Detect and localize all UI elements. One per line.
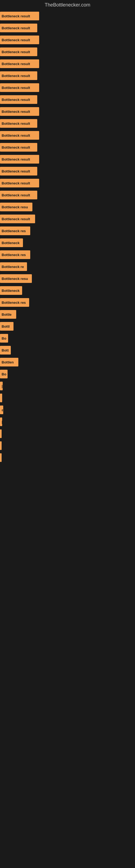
site-title: TheBottlenecker.com [0, 0, 135, 10]
bar-label: Bottleneck result [2, 26, 30, 30]
bottleneck-bar[interactable]: Bottleneck res [0, 298, 29, 307]
bar-row: Bottleneck re [0, 261, 135, 273]
bar-row: Bottleneck result [0, 153, 135, 165]
bar-row: Bottleneck resu [0, 273, 135, 284]
bottleneck-bar[interactable]: Bottleneck result [0, 12, 39, 20]
bottleneck-bar[interactable]: Bottleneck result [0, 191, 37, 199]
bottleneck-bar[interactable]: Bott [0, 346, 11, 354]
bottleneck-bar[interactable]: Bottleneck result [0, 35, 39, 44]
bar-row: Bottleneck res [0, 249, 135, 261]
bottleneck-bar[interactable]: | [0, 417, 2, 426]
bottleneck-bar[interactable]: Bottl [0, 322, 13, 331]
bottleneck-bar[interactable]: Bottleneck result [0, 107, 39, 116]
bottleneck-bar[interactable]: Bottleneck result [0, 24, 37, 32]
bottleneck-bar[interactable]: Bottleneck res [0, 250, 30, 259]
bottleneck-bar[interactable]: Bottleneck [0, 286, 22, 295]
bar-row [0, 452, 135, 464]
bar-label: | [2, 420, 2, 424]
bar-row: Bottleneck result [0, 213, 135, 225]
bottleneck-bar[interactable]: Bottleneck result [0, 71, 37, 80]
bottleneck-bar[interactable]: Bottle [0, 310, 16, 319]
bar-label: Bottleneck result [2, 38, 30, 42]
bar-label: Bo [2, 372, 6, 376]
bottleneck-bar[interactable]: Bo [0, 334, 8, 343]
bottleneck-bar[interactable]: Bottleneck result [0, 59, 39, 68]
bar-row: ε [0, 404, 135, 416]
bottleneck-bar[interactable]: Bottleneck result [0, 167, 37, 176]
bar-row: Bottleneck result [0, 10, 135, 22]
bottleneck-bar[interactable]: Bo [0, 370, 8, 378]
bar-label: Bottleneck result [2, 62, 30, 66]
bar-label: Bottleneck resu [2, 205, 28, 209]
bar-row: Bottleneck result [0, 177, 135, 189]
bar-label: Bottleneck resu [2, 277, 28, 281]
bottleneck-bar[interactable]: Bottleneck result [0, 48, 37, 56]
bottleneck-bar[interactable] [0, 394, 2, 402]
bar-label: Bottleneck res [2, 301, 26, 305]
bar-label: Bottlen [2, 360, 14, 364]
bar-label: Bottleneck result [2, 86, 30, 90]
bar-label: ε [2, 408, 3, 412]
bottleneck-bar[interactable]: Bottlen [0, 358, 18, 367]
bottleneck-bar[interactable]: Bottleneck re [0, 262, 27, 271]
bottleneck-bar[interactable]: Bottleneck [0, 239, 23, 247]
bottleneck-bar[interactable]: Bottleneck result [0, 95, 37, 104]
bar-row: Bottleneck result [0, 70, 135, 82]
bar-row: Bottleneck result [0, 105, 135, 118]
bar-label: | [2, 384, 3, 388]
bar-row: | [0, 380, 135, 392]
bottleneck-bar[interactable]: Bottleneck result [0, 155, 39, 163]
bar-label: Bottleneck result [2, 110, 30, 114]
bottleneck-bar[interactable]: Bottleneck resu [0, 274, 32, 283]
bottleneck-bar[interactable] [0, 441, 2, 450]
bar-row: Bottleneck result [0, 34, 135, 46]
bottleneck-bar[interactable]: Bottleneck result [0, 83, 39, 92]
bar-row: Bottleneck result [0, 94, 135, 105]
bar-row: Bottleneck [0, 284, 135, 297]
bottleneck-bar[interactable]: Bottleneck resu [0, 203, 32, 211]
bar-row: Bo [0, 368, 135, 380]
bottleneck-bar[interactable]: | [0, 382, 3, 390]
bar-row: Bottleneck resu [0, 201, 135, 213]
bar-row: Bo [0, 332, 135, 344]
bar-label: Bottleneck result [2, 145, 30, 150]
bar-row [0, 392, 135, 404]
bar-row: Bottleneck result [0, 118, 135, 129]
bar-label: Bottleneck result [2, 14, 30, 18]
bottleneck-bar[interactable]: ε [0, 405, 3, 414]
bar-row: Bottleneck [0, 237, 135, 249]
bottleneck-bar[interactable]: Bottleneck result [0, 119, 37, 128]
bottleneck-bar[interactable] [0, 429, 2, 438]
bottleneck-bar[interactable]: Bottleneck result [0, 179, 39, 187]
bar-label: Bo [2, 336, 6, 340]
bar-row: Bottleneck result [0, 189, 135, 201]
bar-row: Bottleneck result [0, 22, 135, 34]
bottleneck-bar[interactable]: Bottleneck result [0, 131, 39, 140]
bar-row: Bottleneck result [0, 58, 135, 70]
bottleneck-bar[interactable]: Bottleneck res [0, 226, 30, 235]
bar-label: Bottleneck res [2, 229, 26, 233]
bar-row: Bottleneck res [0, 225, 135, 237]
bar-label: Bottleneck result [2, 181, 30, 185]
bottleneck-bar[interactable]: Bottleneck result [0, 215, 35, 223]
bar-row [0, 440, 135, 452]
bar-label: Bottleneck result [2, 217, 30, 221]
bar-row: Bottl [0, 320, 135, 332]
bar-label: Bottle [2, 312, 12, 316]
bar-row [0, 428, 135, 440]
bar-label: Bottl [2, 324, 10, 329]
bar-row: Bottleneck result [0, 46, 135, 58]
bar-label: Bottleneck res [2, 253, 26, 257]
bar-row: Bottlen [0, 356, 135, 368]
bar-label: Bottleneck result [2, 169, 30, 173]
bar-row: Bottleneck result [0, 141, 135, 153]
bottleneck-bar[interactable] [0, 453, 2, 462]
bar-label: Bott [2, 348, 9, 352]
bar-label: Bottleneck result [2, 98, 30, 102]
bar-label: Bottleneck result [2, 193, 30, 197]
bar-label: Bottleneck result [2, 157, 30, 161]
bar-label: Bottleneck result [2, 50, 30, 54]
bar-row: Bottleneck result [0, 165, 135, 177]
bottleneck-bar[interactable]: Bottleneck result [0, 143, 37, 152]
bars-container: Bottleneck resultBottleneck resultBottle… [0, 10, 135, 464]
